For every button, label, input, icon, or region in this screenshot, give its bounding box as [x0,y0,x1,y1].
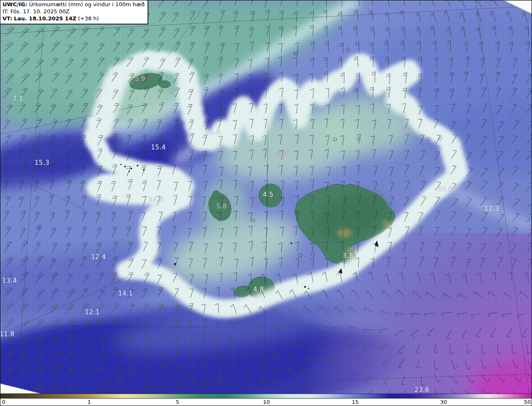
title-line-init: IT: Fös. 17. 10. 2025 00Z [2,8,145,15]
product-code: UWC/IG: [2,1,27,7]
title-box: UWC/IG: Úrkomumætti (mm) og vindur i 100… [0,0,148,24]
glacier-small-1 [212,191,220,198]
init-label: IT: [2,8,9,15]
colorbar-tick-label: 10 [263,399,270,405]
title-line-valid: VT: Lau. 18.10.2025 14Z (+38 h) [2,15,145,22]
colorbar: 01510153050 [0,394,532,406]
map-canvas: 7.15.915.015.415.36.97.114.012.314.85.84… [0,0,532,394]
colorbar-tick-label: 15 [352,399,359,405]
valid-label: VT: [2,15,12,22]
product-subject: Úrkomumætti (mm) og vindur i 100m hæð [29,1,145,7]
valid-offset: (+38 h) [78,15,99,22]
glacier-dry-2 [346,247,356,255]
glacier-dry-3 [382,220,390,226]
glacier-dry-1 [337,228,352,238]
colorbar-gradient [0,394,532,399]
colorbar-tick-label: 30 [440,399,447,405]
colorbar-tick-label: 50 [524,399,531,405]
precip-wind-map [0,0,532,394]
weather-chart: 7.15.915.015.415.36.97.114.012.314.85.84… [0,0,532,406]
colorbar-tick-label: 5 [176,399,179,405]
valid-value: Lau. 18.10.2025 14Z [14,15,76,22]
glacier-wf-2 [159,81,170,88]
colorbar-tick-label: 0 [2,399,5,405]
colorbar-tick-label: 1 [88,399,91,405]
colorbar-tick-row: 01510153050 [0,399,532,406]
glacier-hofsjokull [259,184,282,207]
title-line-product: UWC/IG: Úrkomumætti (mm) og vindur i 100… [2,1,145,8]
init-value: Fös. 17. 10. 2025 00Z [10,8,69,15]
